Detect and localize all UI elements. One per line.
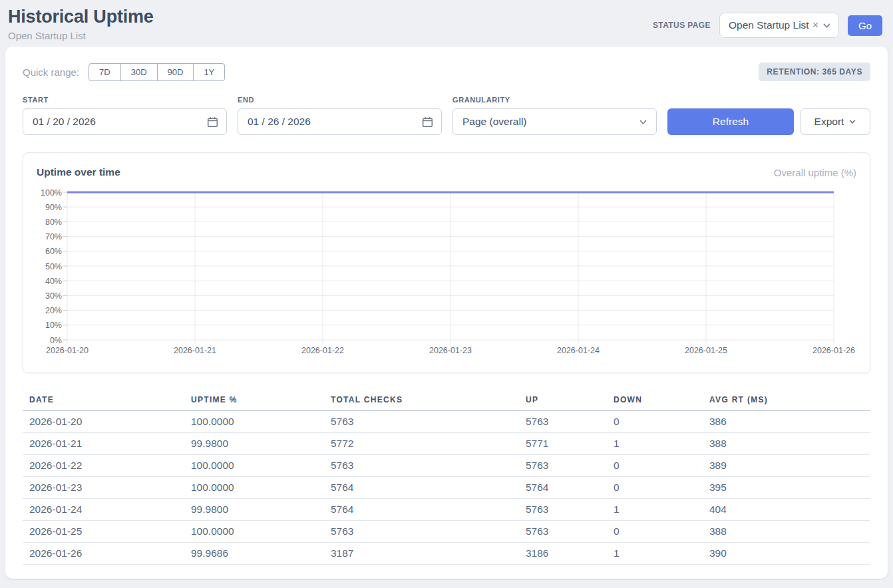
status-page-selected-value: Open Startup List bbox=[729, 19, 809, 31]
table-cell: 2026-01-25 bbox=[23, 521, 184, 543]
table-header-row: DATEUPTIME %TOTAL CHECKSUPDOWNAVG RT (MS… bbox=[23, 389, 870, 411]
table-cell: 395 bbox=[703, 477, 870, 499]
granularity-field: GRANULARITY Page (overall) bbox=[452, 96, 657, 135]
chart-title: Uptime over time bbox=[37, 166, 120, 178]
uptime-chart-svg: 100%90%80%70%60%50%40%30%20%10%0%2026-01… bbox=[37, 188, 858, 357]
table-cell: 390 bbox=[703, 543, 870, 565]
quick-range-group: 7D30D90D1Y bbox=[89, 63, 225, 81]
start-date-field: START 01 / 20 / 2026 bbox=[23, 96, 227, 135]
end-date-input[interactable]: 01 / 26 / 2026 bbox=[238, 108, 442, 135]
column-header: AVG RT (MS) bbox=[703, 389, 870, 411]
table-cell: 0 bbox=[607, 455, 703, 477]
table-row: 2026-01-23100.0000576457640395 bbox=[23, 477, 870, 499]
uptime-table: DATEUPTIME %TOTAL CHECKSUPDOWNAVG RT (MS… bbox=[23, 389, 870, 565]
calendar-icon bbox=[422, 116, 433, 128]
table-cell: 2026-01-22 bbox=[23, 455, 184, 477]
table-cell: 5763 bbox=[324, 455, 519, 477]
y-axis-label: 80% bbox=[45, 218, 62, 227]
status-page-select[interactable]: Open Startup List × bbox=[719, 13, 839, 38]
chart-legend: Overall uptime (%) bbox=[774, 167, 856, 178]
y-axis-label: 10% bbox=[45, 321, 62, 330]
table-cell: 3186 bbox=[519, 543, 607, 565]
refresh-button[interactable]: Refresh bbox=[667, 108, 794, 135]
granularity-value: Page (overall) bbox=[462, 116, 527, 128]
page-subtitle: Open Startup List bbox=[8, 30, 154, 41]
table-cell: 99.9686 bbox=[184, 543, 324, 565]
chevron-down-icon bbox=[822, 21, 832, 31]
table-cell: 100.0000 bbox=[184, 521, 324, 543]
table-cell: 99.9800 bbox=[184, 433, 324, 455]
export-button-label: Export bbox=[814, 116, 844, 128]
page-title: Historical Uptime bbox=[8, 7, 154, 27]
uptime-chart-card: Uptime over time Overall uptime (%) 100%… bbox=[23, 152, 870, 373]
y-axis-label: 50% bbox=[45, 262, 62, 271]
granularity-label: GRANULARITY bbox=[452, 96, 657, 104]
title-block: Historical Uptime Open Startup List bbox=[8, 7, 154, 41]
quick-range-90d[interactable]: 90D bbox=[157, 63, 194, 81]
table-cell: 5763 bbox=[519, 455, 607, 477]
table-cell: 5763 bbox=[519, 411, 607, 433]
table-cell: 2026-01-24 bbox=[23, 499, 184, 521]
table-cell: 5764 bbox=[519, 477, 607, 499]
clear-icon[interactable]: × bbox=[811, 20, 820, 31]
filters-top-row: Quick range: 7D30D90D1Y RETENTION: 365 D… bbox=[23, 63, 870, 81]
table-cell: 5771 bbox=[519, 433, 607, 455]
table-cell: 5763 bbox=[324, 521, 519, 543]
y-axis-label: 70% bbox=[45, 232, 62, 241]
end-date-label: END bbox=[238, 96, 442, 104]
x-axis-label: 2026-01-20 bbox=[46, 346, 89, 355]
chart-header: Uptime over time Overall uptime (%) bbox=[37, 166, 856, 178]
granularity-select[interactable]: Page (overall) bbox=[452, 108, 657, 135]
y-axis-label: 30% bbox=[45, 291, 62, 301]
x-axis-label: 2026-01-24 bbox=[557, 346, 600, 355]
end-date-field: END 01 / 26 / 2026 bbox=[238, 96, 442, 135]
start-date-label: START bbox=[23, 96, 227, 104]
x-axis-label: 2026-01-21 bbox=[174, 346, 216, 355]
filters-form-row: START 01 / 20 / 2026 END 01 / 26 / 2026 … bbox=[23, 96, 870, 135]
x-axis-label: 2026-01-26 bbox=[812, 346, 855, 355]
table-cell: 0 bbox=[607, 477, 703, 499]
table-row: 2026-01-25100.0000576357630388 bbox=[23, 521, 870, 543]
table-cell: 388 bbox=[703, 433, 870, 455]
go-button[interactable]: Go bbox=[848, 15, 882, 36]
x-axis-label: 2026-01-25 bbox=[685, 346, 727, 355]
table-cell: 5763 bbox=[324, 411, 519, 433]
y-axis-label: 40% bbox=[45, 277, 62, 286]
table-row: 2026-01-2699.9686318731861390 bbox=[23, 543, 870, 565]
quick-range-label: Quick range: bbox=[23, 67, 79, 78]
quick-range-area: Quick range: 7D30D90D1Y bbox=[23, 63, 225, 81]
y-axis-label: 20% bbox=[45, 306, 62, 315]
export-button[interactable]: Export bbox=[801, 108, 870, 135]
table-cell: 5763 bbox=[519, 499, 607, 521]
chevron-down-icon bbox=[848, 118, 856, 126]
table-cell: 2026-01-23 bbox=[23, 477, 184, 499]
table-row: 2026-01-2199.9800577257711388 bbox=[23, 433, 870, 455]
start-date-input[interactable]: 01 / 20 / 2026 bbox=[23, 108, 227, 135]
table-cell: 386 bbox=[703, 411, 870, 433]
quick-range-1y[interactable]: 1Y bbox=[193, 63, 225, 81]
calendar-icon bbox=[207, 116, 218, 128]
table-cell: 2026-01-21 bbox=[23, 433, 184, 455]
table-cell: 2026-01-26 bbox=[23, 543, 184, 565]
status-page-label: STATUS PAGE bbox=[653, 21, 711, 30]
x-axis-label: 2026-01-23 bbox=[429, 346, 472, 355]
retention-badge: RETENTION: 365 DAYS bbox=[759, 63, 870, 81]
table-row: 2026-01-22100.0000576357630389 bbox=[23, 455, 870, 477]
table-cell: 5772 bbox=[324, 433, 519, 455]
table-cell: 404 bbox=[703, 499, 870, 521]
table-cell: 389 bbox=[703, 455, 870, 477]
quick-range-7d[interactable]: 7D bbox=[89, 63, 121, 81]
quick-range-30d[interactable]: 30D bbox=[120, 63, 158, 81]
table-cell: 5764 bbox=[324, 477, 519, 499]
table-cell: 0 bbox=[607, 411, 703, 433]
status-page-area: STATUS PAGE Open Startup List × Go bbox=[653, 13, 882, 38]
column-header: UP bbox=[519, 389, 607, 411]
table-cell: 1 bbox=[607, 499, 703, 521]
column-header: DOWN bbox=[607, 389, 703, 411]
table-cell: 1 bbox=[607, 433, 703, 455]
y-axis-label: 100% bbox=[41, 188, 62, 198]
table-cell: 100.0000 bbox=[184, 455, 324, 477]
table-cell: 0 bbox=[607, 521, 703, 543]
start-date-value: 01 / 20 / 2026 bbox=[33, 116, 96, 128]
column-header: DATE bbox=[23, 389, 184, 411]
